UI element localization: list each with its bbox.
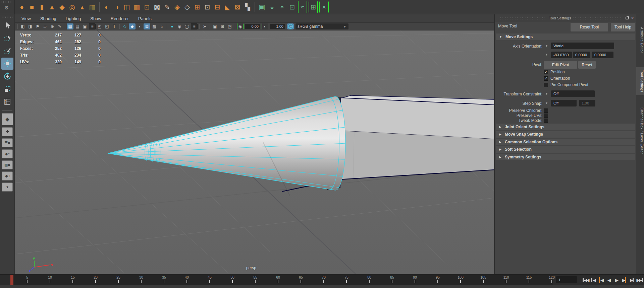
shelf-subdivide-icon[interactable]: ▦ <box>132 1 142 13</box>
orientation-x-field[interactable]: -83.0760 <box>551 52 572 58</box>
shelf-polygon-pipe-icon[interactable]: ▥ <box>87 1 97 13</box>
paint-selection-tool[interactable] <box>1 45 13 57</box>
shelf-center-selection-icon[interactable]: ⊠ <box>232 1 243 13</box>
shelf-edge-loop-tool-icon[interactable]: ⊟ <box>212 1 222 13</box>
snapshot-icon[interactable]: ◳ <box>226 23 233 29</box>
checkbox-preserve-children-[interactable] <box>544 109 548 113</box>
menu-renderer[interactable]: Renderer <box>106 16 133 21</box>
motion-blur-icon[interactable]: ◯ <box>183 23 190 29</box>
menu-view[interactable]: View <box>17 16 36 21</box>
layout-pane-uv[interactable]: ▦◆ <box>2 160 13 169</box>
go-to-end-button[interactable]: ▶▶ <box>636 276 643 284</box>
lasso-tool[interactable] <box>1 32 13 44</box>
shelf-sculpt-pinch-tool-icon[interactable]: × <box>319 1 329 13</box>
previous-key-button[interactable]: ◀ <box>597 276 605 284</box>
orientation-values-dropdown-icon[interactable]: ▼ <box>545 53 548 56</box>
wireframe-icon[interactable]: ◇ <box>121 23 128 29</box>
panel-grip-left[interactable] <box>498 17 547 19</box>
default-lighting-icon[interactable]: ☼ <box>158 23 165 29</box>
pencil-tip-cone[interactable] <box>108 96 345 190</box>
panel-grip-right[interactable] <box>573 17 622 19</box>
use-all-lights-icon[interactable]: ▩ <box>151 23 158 29</box>
layout-single-pane[interactable]: ◆ <box>2 113 13 125</box>
transform-constraint-dropdown-icon[interactable]: ▼ <box>545 92 548 95</box>
orientation-y-field[interactable]: 0.0000 <box>573 52 590 58</box>
safe-action-icon[interactable]: ◰ <box>96 23 103 29</box>
shelf-wireframe-cube-icon[interactable]: ⊡ <box>142 1 152 13</box>
timeline-ruler[interactable]: 5101520253035404550556065707580859095100… <box>10 275 553 285</box>
step-snap-field[interactable]: Off <box>551 100 577 106</box>
textured-icon[interactable]: ⊠ <box>144 23 150 29</box>
tool-settings-titlebar[interactable]: Tool Settings ✕ <box>495 14 636 22</box>
shelf-sculpt-window-icon[interactable]: ⊞ <box>309 1 318 13</box>
multisampling-icon[interactable]: ■ <box>191 23 198 29</box>
gear-icon[interactable]: ⚙ <box>4 5 9 11</box>
bookmark-icon[interactable]: ⚑ <box>34 23 41 29</box>
exposure-icon[interactable]: ◉ <box>237 23 244 29</box>
shelf-polygon-cylinder-icon[interactable]: ▮ <box>37 1 47 13</box>
copy-icon[interactable]: ▣ <box>212 23 218 29</box>
shelf-quad-grid-icon[interactable]: ▩ <box>152 1 162 13</box>
gamma-dropdown[interactable]: sRGB gamma▼ <box>296 23 348 29</box>
resolution-gate-icon[interactable]: ▤ <box>74 23 81 29</box>
shelf-split-cylinder-icon[interactable]: ◫ <box>122 1 132 13</box>
tool-help-button[interactable]: Tool Help <box>611 23 635 31</box>
isolate-select-icon[interactable]: ➤ <box>201 23 208 29</box>
shaded-icon[interactable]: ◆ <box>129 23 136 29</box>
section-common-selection-options[interactable]: ▶Common Selection Options <box>496 139 635 145</box>
layout-pane-graph[interactable]: ◆~ <box>2 149 13 158</box>
shelf-polygon-pyramid-icon[interactable]: ▴ <box>77 1 87 13</box>
viewport-canvas[interactable]: y x z Verts:2171270Edges:4622520Faces:25… <box>15 30 494 274</box>
shadows-icon[interactable]: ● <box>169 23 175 29</box>
checkbox-pin-component-pivot[interactable] <box>544 83 548 87</box>
step-snap-increment-field[interactable]: 1.00 <box>579 100 595 106</box>
shelf-smooth-icon[interactable]: ◐ <box>102 1 112 13</box>
shelf-layered-diamonds-icon[interactable]: ◇ <box>182 1 192 13</box>
reset-tool-button[interactable]: Reset Tool <box>571 23 608 31</box>
next-key-button[interactable]: ▶ <box>620 276 628 284</box>
frame-text-icon[interactable]: T <box>111 23 118 29</box>
layout-four-pane[interactable]: ✚ <box>2 127 13 136</box>
contrast-icon[interactable]: ◐ <box>262 23 268 29</box>
contrast-field[interactable]: 1.00 <box>270 24 285 29</box>
pencil-body-mesh[interactable] <box>327 95 494 190</box>
exposure-field[interactable]: 0.00 <box>245 24 260 29</box>
section-symmetry-settings[interactable]: ▶Symmetry Settings <box>496 154 635 160</box>
shelf-sculpt-grab-tool-icon[interactable]: ≈ <box>298 1 307 13</box>
layout-pane-hypergraph[interactable]: ◆□ <box>2 171 13 181</box>
step-forward-button[interactable]: ▶ <box>628 276 636 284</box>
field-chart-icon[interactable]: ■ <box>89 23 96 29</box>
camera-icon[interactable]: ◧ <box>19 23 26 29</box>
shelf-combine-cube-icon[interactable]: ⊞ <box>192 1 202 13</box>
float-panel-icon[interactable] <box>625 16 629 20</box>
tab-attribute-editor[interactable]: Attribute Editor <box>636 24 644 56</box>
rotate-tool[interactable] <box>1 70 13 82</box>
paste-icon[interactable]: ⊞ <box>219 23 226 29</box>
go-to-start-button[interactable]: ◀◀ <box>582 276 589 284</box>
last-tool[interactable] <box>1 96 13 108</box>
checkbox-preserve-uvs-[interactable] <box>544 114 548 118</box>
shelf-polygon-sphere-icon[interactable]: ● <box>17 1 27 13</box>
shelf-polygon-plane-icon[interactable]: ◆ <box>57 1 67 13</box>
shelf-polygon-torus-icon[interactable]: ◎ <box>67 1 77 13</box>
shelf-sculpt-smooth-tool-icon[interactable]: ◒ <box>267 1 277 13</box>
safe-title-icon[interactable]: ◱ <box>104 23 110 29</box>
shelf-vertex-box-icon[interactable]: ⊡ <box>202 1 212 13</box>
shelf-create-polygon-icon[interactable]: ✎ <box>162 1 172 13</box>
image-plane-icon[interactable]: ▱ <box>42 23 48 29</box>
shelf-triangulate-icon[interactable]: ◣ <box>222 1 232 13</box>
checkbox-position[interactable]: ✓ <box>544 70 548 74</box>
shelf-sculpt-relax-tool-icon[interactable]: ◓ <box>277 1 287 13</box>
shelf-polygon-cone-icon[interactable]: ▲ <box>47 1 57 13</box>
layout-pane-outliner[interactable]: ☰◆ <box>2 138 13 147</box>
shelf-grip[interactable] <box>1 1 13 3</box>
current-frame-field[interactable]: 1 <box>556 276 577 283</box>
toolbox-grip[interactable] <box>1 15 13 18</box>
menu-lighting[interactable]: Lighting <box>61 16 86 21</box>
shelf-polygon-cube-icon[interactable]: ■ <box>27 1 37 13</box>
axis-orientation-field[interactable]: World <box>551 43 614 49</box>
reset-pivot-button[interactable]: Reset <box>578 61 596 69</box>
checkbox-orientation[interactable]: ✓ <box>544 76 548 81</box>
edit-pivot-button[interactable]: Edit Pivot <box>544 61 577 69</box>
shelf-sculpt-cube-icon[interactable]: ⊡ <box>287 1 297 13</box>
